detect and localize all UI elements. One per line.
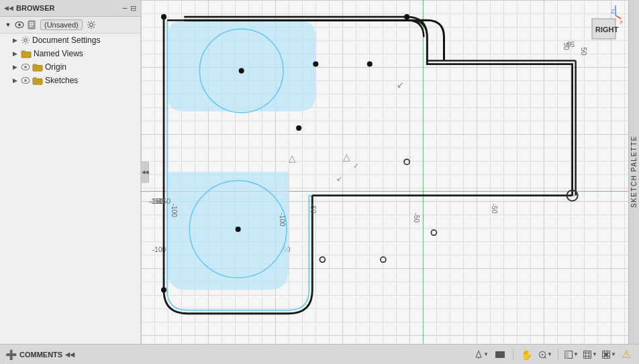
browser-header-icons: − ⊟ (122, 3, 136, 13)
svg-point-29 (431, 230, 436, 235)
named-views-folder-icon (21, 50, 32, 58)
toolbar-pan-btn[interactable]: ✋ (519, 347, 534, 362)
origin-eye-icon[interactable] (21, 64, 30, 70)
svg-point-22 (161, 14, 166, 19)
svg-text:↙: ↙ (397, 80, 404, 90)
toolbar-sep-1 (513, 349, 513, 361)
svg-point-31 (381, 257, 386, 262)
svg-point-1 (18, 23, 21, 26)
toolbar-snapping-btn[interactable]: ▼ (601, 347, 616, 362)
sketch-palette-sidebar[interactable]: SKETCH PALETTE (628, 0, 639, 344)
svg-point-26 (296, 125, 301, 131)
svg-rect-57 (565, 351, 569, 358)
named-views-label: Named Views (34, 49, 83, 58)
sketch-palette-label: SKETCH PALETTE (630, 135, 638, 208)
svg-text:-100: -100 (170, 204, 178, 218)
svg-rect-62 (584, 351, 591, 358)
view-cube[interactable]: RIGHT Z X (582, 5, 622, 46)
tree-item-document-settings[interactable]: ▶ Document Settings (0, 34, 140, 47)
svg-point-24 (313, 62, 318, 67)
svg-point-68 (605, 353, 608, 356)
svg-point-30 (320, 257, 325, 262)
root-expand-arrow[interactable]: ▼ (4, 21, 12, 29)
create-sketch-icon (474, 349, 483, 361)
bottom-bar: ➕ COMMENTS ◀◀ ▼ ✋ (0, 344, 639, 364)
zoom-fit-icon (538, 349, 547, 361)
svg-text:-50: -50 (309, 204, 317, 214)
svg-rect-51 (495, 351, 505, 358)
add-comment-icon[interactable]: ➕ (5, 349, 17, 360)
origin-expand[interactable]: ▶ (11, 63, 19, 71)
svg-point-28 (404, 159, 409, 164)
tree-item-origin[interactable]: ▶ Origin (0, 60, 140, 74)
svg-point-6 (89, 23, 93, 27)
axis-x-label-minus100: -100 (279, 213, 286, 227)
axis-y-label-50: 50 (562, 43, 570, 50)
warning-icon[interactable]: ⚠ (622, 348, 631, 361)
app-container: ◀◀ BROWSER − ⊟ ▼ (0, 0, 639, 364)
root-doc-icon (27, 20, 38, 29)
browser-split-icon[interactable]: ⊟ (130, 4, 136, 13)
comments-label: COMMENTS (19, 351, 62, 359)
svg-text:X: X (620, 19, 622, 25)
toolbar-display-btn[interactable]: ▼ (564, 347, 579, 362)
snapping-icon (601, 349, 611, 361)
svg-point-21 (236, 227, 241, 232)
svg-point-23 (404, 14, 409, 19)
named-views-expand[interactable]: ▶ (11, 50, 19, 58)
toolbar-create-sketch-btn[interactable]: ▼ (474, 347, 489, 362)
display-icon (564, 349, 573, 361)
svg-text:✓: ✓ (353, 162, 359, 170)
svg-point-25 (367, 62, 373, 67)
svg-text:△: △ (343, 151, 350, 162)
canvas-area[interactable]: 50 -150 -100 -50 (141, 0, 639, 344)
svg-text:50: 50 (580, 47, 588, 55)
doc-settings-label: Document Settings (32, 36, 100, 45)
top-area: ◀◀ BROWSER − ⊟ ▼ (0, 0, 639, 344)
origin-label: Origin (45, 62, 66, 72)
axis-x-label-minus50a: -50 (413, 213, 420, 223)
bottom-right: ⚠ (622, 348, 634, 361)
sketch-drawing: △ △ ✓ ↙ ↙ 50 -150 -100 -50 -50 (141, 0, 639, 344)
browser-title: BROWSER (16, 4, 119, 12)
toolbar-grid-btn[interactable]: ▼ (583, 347, 597, 362)
sketches-label: Sketches (45, 76, 78, 85)
tree-item-named-views[interactable]: ▶ Named Views (0, 47, 140, 60)
left-handle-arrows: ◀◀ (142, 170, 148, 175)
sketches-expand[interactable]: ▶ (11, 76, 19, 84)
view-cube-svg: RIGHT Z X (582, 5, 622, 46)
svg-text:Z: Z (611, 8, 615, 15)
unsaved-badge: (Unsaved) (40, 19, 83, 30)
browser-minus-icon[interactable]: − (122, 3, 128, 13)
toolbar-sep-2 (558, 349, 558, 361)
svg-text:△: △ (289, 153, 296, 164)
toolbar-zoom-fit-btn[interactable]: ▼ (538, 347, 552, 362)
toolbar-finish-btn[interactable] (493, 347, 507, 362)
tree-item-sketches[interactable]: ▶ Sketches (0, 74, 140, 87)
root-item[interactable]: ▼ (Unsaved) (0, 17, 140, 34)
sketches-eye-icon[interactable] (21, 77, 30, 84)
svg-text:RIGHT: RIGHT (595, 25, 619, 34)
canvas-left-handle[interactable]: ◀◀ (141, 162, 149, 183)
grid-icon (583, 349, 592, 361)
svg-point-9 (24, 66, 27, 68)
browser-header: ◀◀ BROWSER − ⊟ (0, 0, 140, 17)
svg-text:↙: ↙ (336, 174, 342, 182)
bottom-left: ➕ COMMENTS ◀◀ (5, 349, 469, 360)
root-eye-icon[interactable] (15, 21, 24, 28)
doc-settings-expand[interactable]: ▶ (11, 36, 19, 44)
axis-x-label-minus150: -150 (150, 198, 164, 205)
origin-folder-icon (32, 63, 43, 72)
toolbar-area: ▼ ✋ ▼ (474, 347, 616, 362)
svg-point-20 (239, 68, 244, 74)
svg-line-53 (544, 357, 546, 358)
finish-icon (494, 349, 506, 361)
svg-marker-49 (476, 351, 481, 357)
pan-icon: ✋ (521, 349, 532, 360)
browser-collapse-arrow[interactable]: ◀◀ (4, 5, 13, 11)
doc-settings-gear-icon (21, 36, 30, 45)
comments-expand-icon[interactable]: ◀◀ (65, 351, 75, 358)
svg-point-7 (24, 39, 27, 42)
root-settings-icon[interactable] (87, 20, 96, 29)
svg-text:-50: -50 (491, 204, 498, 214)
